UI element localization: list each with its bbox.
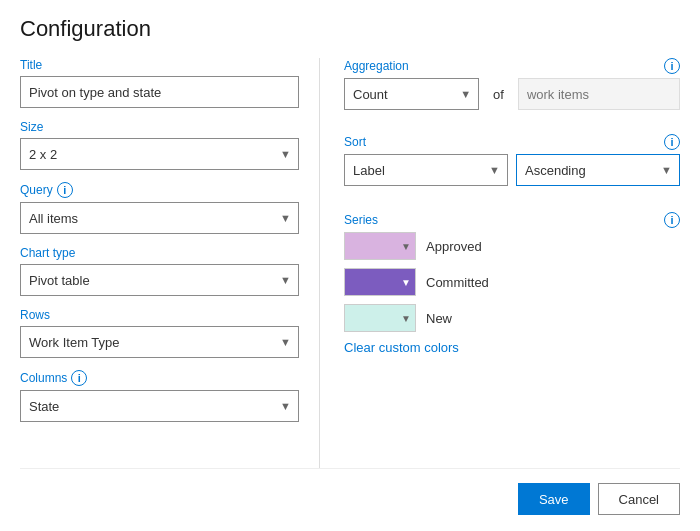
aggregation-info-icon[interactable]: i <box>664 58 680 74</box>
main-layout: Title Size 2 x 2 1 x 1 1 x 2 3 x 3 ▼ <box>20 58 680 468</box>
sort-dir-select[interactable]: Ascending Descending <box>516 154 680 186</box>
size-select[interactable]: 2 x 2 1 x 1 1 x 2 3 x 3 <box>20 138 299 170</box>
aggregation-select-wrapper: Count Sum Average ▼ <box>344 78 479 110</box>
chart-type-select-wrapper: Pivot table Bar chart Pie chart ▼ <box>20 264 299 296</box>
columns-label: Columns i <box>20 370 299 386</box>
query-info-icon[interactable]: i <box>57 182 73 198</box>
title-field-group: Title <box>20 58 299 108</box>
of-label: of <box>487 78 510 110</box>
series-header-row: Series i <box>344 212 680 228</box>
left-panel: Title Size 2 x 2 1 x 1 1 x 2 3 x 3 ▼ <box>20 58 320 468</box>
columns-select-wrapper: State Work Item Type Assigned To ▼ <box>20 390 299 422</box>
rows-field-group: Rows Work Item Type Assigned To State ▼ <box>20 308 299 358</box>
sort-field-group: Sort i Label Count Value ▼ <box>344 134 680 200</box>
aggregation-label: Aggregation <box>344 59 409 73</box>
rows-label: Rows <box>20 308 299 322</box>
sort-info-icon[interactable]: i <box>664 134 680 150</box>
sort-header-row: Sort i <box>344 134 680 150</box>
sort-by-select[interactable]: Label Count Value <box>344 154 508 186</box>
sort-label: Sort <box>344 135 366 149</box>
series-color-committed[interactable]: ▼ <box>344 268 416 296</box>
series-label: Series <box>344 213 378 227</box>
query-label: Query i <box>20 182 299 198</box>
columns-info-icon[interactable]: i <box>71 370 87 386</box>
sort-dir-select-wrapper: Ascending Descending ▼ <box>516 154 680 186</box>
rows-select-wrapper: Work Item Type Assigned To State ▼ <box>20 326 299 358</box>
work-items-input <box>518 78 680 110</box>
cancel-button[interactable]: Cancel <box>598 483 680 515</box>
clear-colors-link[interactable]: Clear custom colors <box>344 340 459 355</box>
aggregation-row: Count Sum Average ▼ of <box>344 78 680 110</box>
series-item-committed: ▼ Committed <box>344 268 680 296</box>
series-color-new[interactable]: ▼ <box>344 304 416 332</box>
series-item-new: ▼ New <box>344 304 680 332</box>
series-name-committed: Committed <box>426 275 489 290</box>
aggregation-select[interactable]: Count Sum Average <box>344 78 479 110</box>
columns-select[interactable]: State Work Item Type Assigned To <box>20 390 299 422</box>
size-field-group: Size 2 x 2 1 x 1 1 x 2 3 x 3 ▼ <box>20 120 299 170</box>
title-label: Title <box>20 58 299 72</box>
sort-by-select-wrapper: Label Count Value ▼ <box>344 154 508 186</box>
series-info-icon[interactable]: i <box>664 212 680 228</box>
series-section: Series i ▼ Approved ▼ Committed <box>344 212 680 355</box>
rows-select[interactable]: Work Item Type Assigned To State <box>20 326 299 358</box>
sort-by-group: Label Count Value ▼ <box>344 154 508 186</box>
query-select[interactable]: All items Assigned to me My team <box>20 202 299 234</box>
columns-field-group: Columns i State Work Item Type Assigned … <box>20 370 299 422</box>
page-title: Configuration <box>20 16 680 42</box>
query-select-wrapper: All items Assigned to me My team ▼ <box>20 202 299 234</box>
series-name-new: New <box>426 311 452 326</box>
title-input[interactable] <box>20 76 299 108</box>
aggregation-header-row: Aggregation i <box>344 58 680 74</box>
chart-type-label: Chart type <box>20 246 299 260</box>
aggregation-group: Count Sum Average ▼ <box>344 78 479 110</box>
series-committed-chevron-icon: ▼ <box>401 277 411 288</box>
series-item-approved: ▼ Approved <box>344 232 680 260</box>
right-panel: Aggregation i Count Sum Average ▼ <box>320 58 680 468</box>
work-items-group <box>518 78 680 110</box>
aggregation-field-group: Aggregation i Count Sum Average ▼ <box>344 58 680 122</box>
size-select-wrapper: 2 x 2 1 x 1 1 x 2 3 x 3 ▼ <box>20 138 299 170</box>
series-name-approved: Approved <box>426 239 482 254</box>
series-new-chevron-icon: ▼ <box>401 313 411 324</box>
save-button[interactable]: Save <box>518 483 590 515</box>
configuration-panel: Configuration Title Size 2 x 2 1 x 1 1 x… <box>0 0 700 531</box>
size-label: Size <box>20 120 299 134</box>
chart-type-field-group: Chart type Pivot table Bar chart Pie cha… <box>20 246 299 296</box>
series-color-approved[interactable]: ▼ <box>344 232 416 260</box>
footer: Save Cancel <box>20 468 680 531</box>
sort-row: Label Count Value ▼ Ascending Descending <box>344 154 680 186</box>
chart-type-select[interactable]: Pivot table Bar chart Pie chart <box>20 264 299 296</box>
series-approved-chevron-icon: ▼ <box>401 241 411 252</box>
sort-dir-group: Ascending Descending ▼ <box>516 154 680 186</box>
query-field-group: Query i All items Assigned to me My team… <box>20 182 299 234</box>
